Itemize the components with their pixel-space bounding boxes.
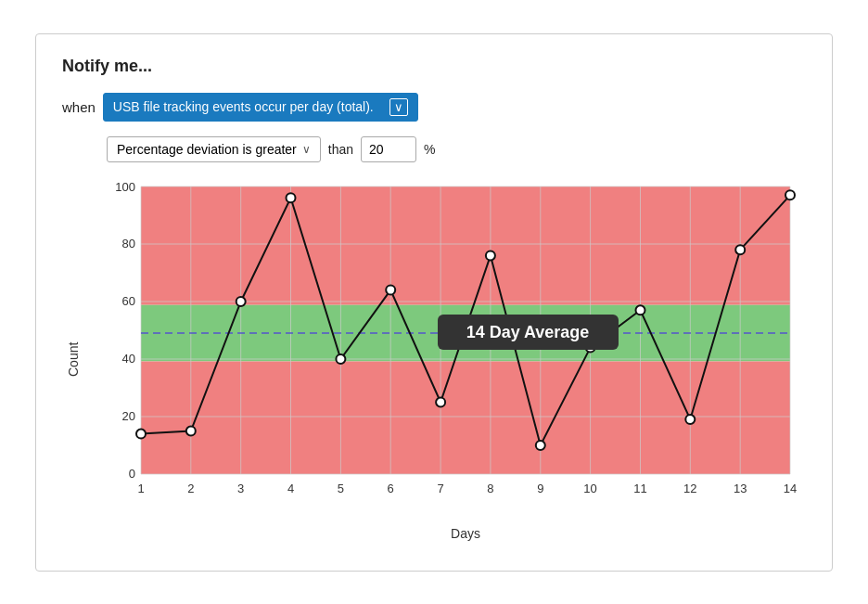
threshold-input[interactable] — [361, 136, 416, 162]
data-point-7 — [436, 397, 445, 406]
when-dropdown-chevron: ∨ — [389, 98, 408, 116]
condition-row: Percentage deviation is greater ∨ than % — [107, 136, 806, 162]
when-dropdown[interactable]: USB file tracking events occur per day (… — [103, 93, 418, 122]
y-tick-0: 0 — [129, 467, 135, 481]
y-tick-80: 80 — [122, 237, 135, 251]
x-tick-8: 8 — [487, 482, 493, 495]
y-axis-label: Count — [62, 177, 84, 541]
condition-dropdown[interactable]: Percentage deviation is greater ∨ — [107, 136, 321, 162]
x-tick-5: 5 — [338, 482, 344, 495]
y-tick-20: 20 — [122, 409, 135, 423]
y-tick-60: 60 — [122, 294, 135, 308]
x-tick-7: 7 — [437, 482, 443, 495]
x-tick-11: 11 — [633, 482, 646, 495]
y-tick-40: 40 — [122, 352, 135, 366]
page-title: Notify me... — [62, 57, 806, 76]
x-tick-10: 10 — [583, 482, 596, 495]
x-tick-2: 2 — [187, 482, 194, 495]
tooltip-text: 14 Day Average — [466, 323, 590, 341]
data-point-9 — [536, 441, 545, 450]
data-point-11 — [636, 305, 645, 315]
when-row: when USB file tracking events occur per … — [62, 93, 806, 122]
data-point-4 — [287, 193, 296, 202]
data-point-12 — [685, 415, 695, 424]
x-tick-3: 3 — [237, 482, 244, 495]
data-point-1 — [136, 429, 146, 438]
chart-inner: 14 Day Average 0 20 40 60 80 100 1 2 3 4… — [88, 177, 806, 541]
data-point-3 — [236, 297, 246, 306]
data-point-6 — [386, 285, 395, 294]
when-label: when — [62, 99, 96, 115]
chart-svg: 14 Day Average 0 20 40 60 80 100 1 2 3 4… — [88, 177, 806, 520]
data-point-14 — [785, 190, 795, 199]
condition-dropdown-chevron: ∨ — [302, 143, 311, 156]
data-point-8 — [486, 251, 495, 260]
red-zone-top — [141, 186, 790, 305]
data-point-2 — [186, 426, 196, 435]
y-tick-100: 100 — [115, 180, 135, 194]
x-tick-12: 12 — [683, 482, 696, 495]
when-dropdown-value: USB file tracking events occur per day (… — [113, 99, 384, 114]
x-tick-6: 6 — [388, 482, 394, 495]
x-tick-1: 1 — [137, 482, 144, 495]
notify-card: Notify me... when USB file tracking even… — [35, 33, 833, 572]
data-point-5 — [336, 354, 345, 364]
data-point-13 — [735, 245, 745, 254]
chart-area: Count — [62, 177, 806, 541]
x-tick-14: 14 — [784, 482, 797, 495]
x-tick-4: 4 — [287, 482, 294, 495]
x-axis-label: Days — [125, 526, 806, 541]
than-label: than — [328, 142, 353, 157]
x-tick-9: 9 — [537, 482, 543, 495]
percent-label: % — [424, 142, 435, 157]
x-tick-13: 13 — [734, 482, 747, 495]
condition-dropdown-label: Percentage deviation is greater — [117, 142, 297, 157]
